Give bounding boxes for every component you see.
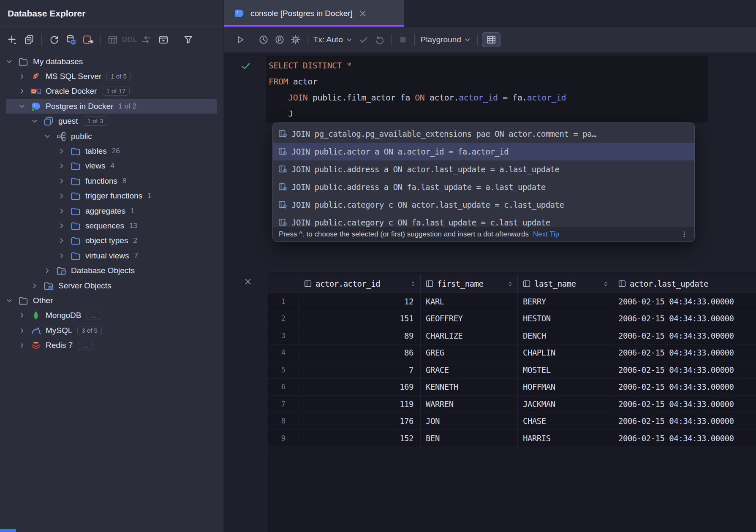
cell-first-name[interactable]: WARREN: [421, 396, 518, 413]
cell-actor-id[interactable]: 86: [299, 345, 421, 361]
run-query-button[interactable]: [233, 33, 247, 46]
chevron-right-icon[interactable]: [18, 87, 26, 95]
cell-last-update[interactable]: 2006-02-15 04:34:33.00000: [613, 396, 756, 413]
chevron-down-icon[interactable]: [30, 117, 39, 125]
cell-actor-id[interactable]: 89: [299, 327, 421, 344]
chevron-right-icon[interactable]: [18, 327, 26, 334]
chevron-down-icon[interactable]: [5, 297, 14, 304]
chevron-right-icon[interactable]: [30, 282, 39, 290]
datasource-settings-button[interactable]: [64, 33, 78, 46]
chevron-down-icon[interactable]: [18, 103, 26, 110]
chevron-right-icon[interactable]: [18, 73, 26, 80]
chevron-right-icon[interactable]: [18, 342, 26, 349]
row-number[interactable]: 4: [268, 345, 299, 361]
tree-item-postgres-in-docker[interactable]: Postgres in Docker1 of 2: [0, 99, 223, 114]
cell-first-name[interactable]: GRACE: [421, 361, 518, 378]
view-as-table-button[interactable]: [482, 32, 500, 47]
refresh-button[interactable]: [47, 33, 61, 46]
chevron-right-icon[interactable]: [57, 162, 66, 170]
tree-item-tables[interactable]: tables26: [0, 144, 223, 158]
cell-last-name[interactable]: DENCH: [518, 327, 613, 344]
row-number[interactable]: 7: [268, 396, 299, 413]
cell-last-name[interactable]: CHAPLIN: [518, 345, 613, 361]
cell-last-update[interactable]: 2006-02-15 04:34:33.00000: [613, 379, 756, 396]
row-number[interactable]: 5: [268, 361, 299, 378]
chevron-down-icon[interactable]: [43, 133, 52, 140]
tree-item-my-databases[interactable]: My databases: [0, 54, 223, 69]
cell-actor-id[interactable]: 12: [299, 293, 421, 310]
settings-button[interactable]: [288, 33, 303, 46]
tree-item-public[interactable]: public: [0, 129, 223, 144]
tab-console-postgres[interactable]: console [Postgres in Docker]: [224, 0, 404, 27]
close-tab-icon[interactable]: [358, 9, 367, 18]
row-number[interactable]: 6: [268, 379, 299, 396]
sql-code[interactable]: SELECT DISTINCT *FROM actor JOIN public.…: [269, 57, 566, 122]
cell-actor-id[interactable]: 119: [299, 396, 421, 413]
cell-first-name[interactable]: KARL: [421, 293, 518, 310]
completion-item-5[interactable]: JOIN public.category c ON fa.last_update…: [273, 214, 694, 227]
completion-item-2[interactable]: JOIN public.address a ON actor.last_upda…: [273, 160, 694, 178]
ddl-button[interactable]: DDL: [122, 33, 137, 46]
chevron-down-icon[interactable]: [5, 58, 14, 65]
tree-item-server-objects[interactable]: Server Objects: [0, 278, 223, 293]
tree-item-oracle-docker[interactable]: Oracle Docker1 of 17: [0, 84, 223, 99]
tree-item-sequences[interactable]: sequences13: [0, 218, 223, 233]
cell-last-update[interactable]: 2006-02-15 04:34:33.00000: [613, 345, 756, 361]
code-line-4[interactable]: J: [269, 106, 566, 122]
cell-last-name[interactable]: JACKMAN: [518, 396, 613, 413]
cell-last-update[interactable]: 2006-02-15 04:34:33.00000: [613, 413, 756, 430]
row-number[interactable]: 2: [268, 310, 299, 327]
cell-last-update[interactable]: 2006-02-15 04:34:33.00000: [613, 361, 756, 378]
tx-mode-dropdown[interactable]: Tx: Auto: [312, 35, 355, 44]
tree-item-mysql[interactable]: MySQL3 of 5: [0, 323, 223, 338]
column-header-actor-actor_id[interactable]: actor.actor_id: [299, 275, 421, 293]
tree-item-mongodb[interactable]: MongoDB…: [0, 308, 223, 323]
tree-item-database-objects[interactable]: Database Objects: [0, 263, 223, 278]
kebab-menu-icon[interactable]: [680, 230, 688, 239]
tree-item-object-types[interactable]: object types2: [0, 233, 223, 248]
parameters-button[interactable]: [272, 33, 287, 46]
add-datasource-button[interactable]: [5, 33, 19, 46]
disconnect-button[interactable]: [81, 33, 95, 46]
completion-item-3[interactable]: JOIN public.address a ON fa.last_update …: [273, 178, 694, 196]
tree-item-virtual-views[interactable]: virtual views7: [0, 248, 223, 263]
cell-actor-id[interactable]: 176: [299, 413, 421, 430]
chevron-right-icon[interactable]: [57, 252, 66, 260]
tree-item-aggregates[interactable]: aggregates1: [0, 204, 223, 218]
rollback-button[interactable]: [373, 33, 387, 46]
cell-last-update[interactable]: 2006-02-15 04:34:33.00000: [613, 293, 756, 310]
chevron-right-icon[interactable]: [57, 147, 66, 155]
row-number[interactable]: 1: [268, 293, 299, 310]
cell-last-update[interactable]: 2006-02-15 04:34:33.00000: [613, 430, 756, 447]
cell-last-name[interactable]: HARRIS: [518, 430, 613, 447]
commit-button[interactable]: [356, 33, 371, 46]
tree-item-views[interactable]: views4: [0, 159, 223, 174]
cell-first-name[interactable]: JON: [421, 413, 518, 430]
cell-first-name[interactable]: CHARLIZE: [421, 327, 518, 344]
code-line-2[interactable]: FROM actor: [269, 73, 566, 90]
chevron-right-icon[interactable]: [57, 222, 66, 230]
cell-actor-id[interactable]: 169: [299, 379, 421, 396]
tree-item-functions[interactable]: functions8: [0, 174, 223, 188]
code-line-3[interactable]: JOIN public.film_actor fa ON actor.actor…: [269, 90, 566, 106]
tree-item-guest[interactable]: guest1 of 3: [0, 114, 223, 129]
cell-last-update[interactable]: 2006-02-15 04:34:33.00000: [613, 327, 756, 344]
row-number[interactable]: 3: [268, 327, 299, 344]
cell-last-name[interactable]: HOFFMAN: [518, 379, 613, 396]
chevron-right-icon[interactable]: [43, 267, 52, 274]
chevron-right-icon[interactable]: [57, 207, 66, 215]
tree-item-ms-sql-server[interactable]: MS SQL Server1 of 5: [0, 69, 223, 84]
tree-item-other[interactable]: Other: [0, 293, 223, 308]
cell-first-name[interactable]: GREG: [421, 345, 518, 361]
sort-icon[interactable]: [409, 280, 417, 288]
code-line-1[interactable]: SELECT DISTINCT *: [269, 57, 566, 73]
stop-button[interactable]: [396, 33, 410, 46]
column-header-last_name[interactable]: last_name: [518, 275, 613, 293]
jump-to-table-button[interactable]: [106, 33, 120, 46]
chevron-right-icon[interactable]: [18, 312, 26, 319]
tree-item-redis-7[interactable]: Redis 7…: [0, 338, 223, 353]
chevron-right-icon[interactable]: [57, 237, 66, 244]
cell-last-update[interactable]: 2006-02-15 04:34:33.00000: [613, 310, 756, 327]
history-button[interactable]: [256, 33, 271, 46]
completion-item-4[interactable]: JOIN public.category c ON actor.last_upd…: [273, 196, 694, 214]
